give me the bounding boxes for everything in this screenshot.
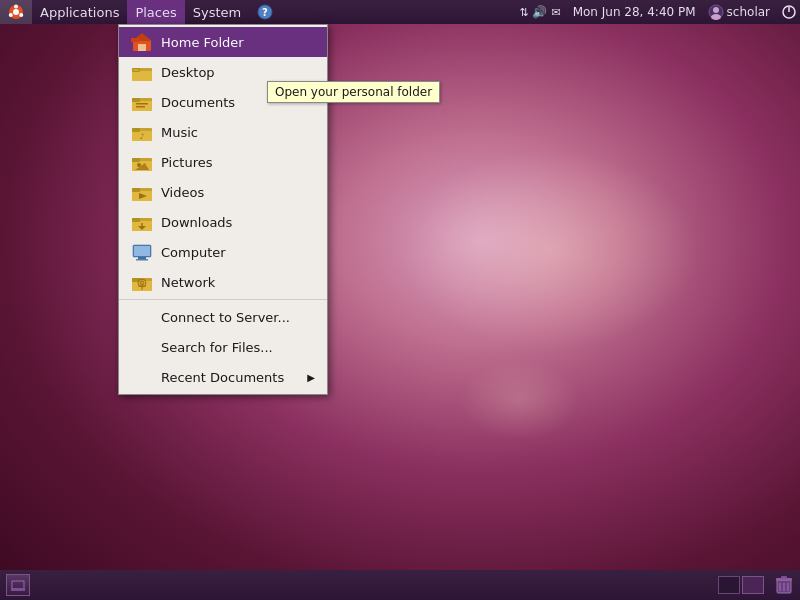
system-tray: ⇅ 🔊 ✉	[515, 0, 564, 24]
taskbar-area	[0, 570, 714, 600]
pictures-folder-icon	[131, 151, 153, 173]
recent-docs-icon	[131, 366, 153, 388]
workspace-2-button[interactable]	[742, 576, 764, 594]
documents-folder-svg	[131, 92, 153, 112]
documents-folder-icon	[131, 91, 153, 113]
power-button[interactable]	[778, 0, 800, 24]
svg-rect-58	[781, 576, 787, 579]
svg-point-1	[13, 9, 19, 15]
network-svg	[131, 272, 153, 292]
svg-rect-17	[132, 71, 152, 81]
videos-folder-svg	[131, 182, 153, 202]
ubuntu-logo-icon	[8, 4, 24, 20]
svg-rect-24	[136, 106, 145, 108]
music-folder-icon: ♪	[131, 121, 153, 143]
menu-item-videos[interactable]: Videos	[119, 177, 327, 207]
panel-right: ⇅ 🔊 ✉ Mon Jun 28, 4:40 PM scholar	[515, 0, 800, 24]
bottom-right	[714, 570, 800, 600]
workspace-switcher	[714, 576, 768, 594]
home-folder-icon	[131, 31, 153, 53]
svg-rect-31	[132, 158, 140, 162]
trash-button[interactable]	[772, 574, 796, 596]
help-button[interactable]: ?	[249, 0, 281, 24]
pictures-folder-svg	[131, 152, 153, 172]
panel-left: Applications Places System ?	[0, 0, 281, 24]
applications-menu[interactable]: Applications	[32, 0, 127, 24]
menu-item-network[interactable]: Network	[119, 267, 327, 297]
sort-icon: ⇅	[519, 6, 528, 19]
svg-rect-46	[136, 259, 148, 261]
show-desktop-button[interactable]	[6, 574, 30, 596]
menu-item-pictures[interactable]: Pictures	[119, 147, 327, 177]
places-menu-popup: Home Folder Open your personal folder De…	[118, 24, 328, 395]
trash-icon	[775, 575, 793, 595]
desktop-folder-icon	[131, 61, 153, 83]
menu-item-downloads[interactable]: Downloads	[119, 207, 327, 237]
downloads-folder-svg	[131, 212, 153, 232]
menu-item-search-files[interactable]: Search for Files...	[119, 332, 327, 362]
svg-rect-36	[132, 188, 140, 192]
top-panel: Applications Places System ? ⇅ 🔊	[0, 0, 800, 24]
volume-icon[interactable]: 🔊	[532, 5, 547, 19]
panel-ubuntu-logo[interactable]	[0, 0, 32, 24]
svg-text:?: ?	[262, 7, 268, 18]
power-icon	[782, 5, 796, 19]
user-account[interactable]: scholar	[704, 0, 774, 24]
svg-rect-15	[131, 38, 139, 42]
workspace-1-button[interactable]	[718, 576, 740, 594]
connect-server-icon	[131, 306, 153, 328]
menu-item-connect-server[interactable]: Connect to Server...	[119, 302, 327, 332]
svg-point-8	[713, 7, 719, 13]
svg-rect-22	[132, 98, 140, 102]
svg-rect-54	[12, 581, 24, 589]
svg-rect-23	[136, 103, 148, 105]
computer-icon	[131, 241, 153, 263]
places-menu[interactable]: Places	[127, 0, 184, 24]
menu-item-computer[interactable]: Computer	[119, 237, 327, 267]
menu-separator-1	[119, 299, 327, 300]
computer-svg	[131, 242, 153, 262]
downloads-folder-icon	[131, 211, 153, 233]
home-folder-svg	[131, 32, 153, 52]
user-icon	[708, 4, 724, 20]
help-icon: ?	[257, 4, 273, 20]
svg-point-4	[9, 13, 13, 17]
desktop: Applications Places System ? ⇅ 🔊	[0, 0, 800, 600]
system-menu[interactable]: System	[185, 0, 249, 24]
menu-item-music[interactable]: ♪ Music	[119, 117, 327, 147]
music-folder-svg: ♪	[131, 122, 153, 142]
search-files-icon	[131, 336, 153, 358]
submenu-arrow-icon: ▶	[307, 372, 315, 383]
network-icon	[131, 271, 153, 293]
menu-item-home-folder[interactable]: Home Folder	[119, 27, 327, 57]
svg-rect-19	[133, 69, 139, 71]
svg-rect-55	[11, 588, 25, 591]
svg-rect-14	[138, 44, 146, 51]
desktop-folder-svg	[131, 62, 153, 82]
svg-point-3	[19, 13, 23, 17]
svg-point-2	[14, 5, 18, 9]
home-folder-tooltip: Open your personal folder	[267, 81, 440, 103]
svg-rect-45	[138, 257, 146, 259]
menu-item-recent-docs[interactable]: Recent Documents ▶	[119, 362, 327, 392]
svg-rect-44	[134, 246, 150, 256]
show-desktop-icon	[11, 579, 25, 591]
mail-icon[interactable]: ✉	[551, 6, 560, 19]
datetime-display[interactable]: Mon Jun 28, 4:40 PM	[569, 0, 700, 24]
bottom-panel	[0, 570, 800, 600]
videos-folder-icon	[131, 181, 153, 203]
svg-point-9	[711, 14, 721, 20]
svg-text:♪: ♪	[139, 132, 144, 141]
svg-rect-40	[132, 218, 140, 222]
